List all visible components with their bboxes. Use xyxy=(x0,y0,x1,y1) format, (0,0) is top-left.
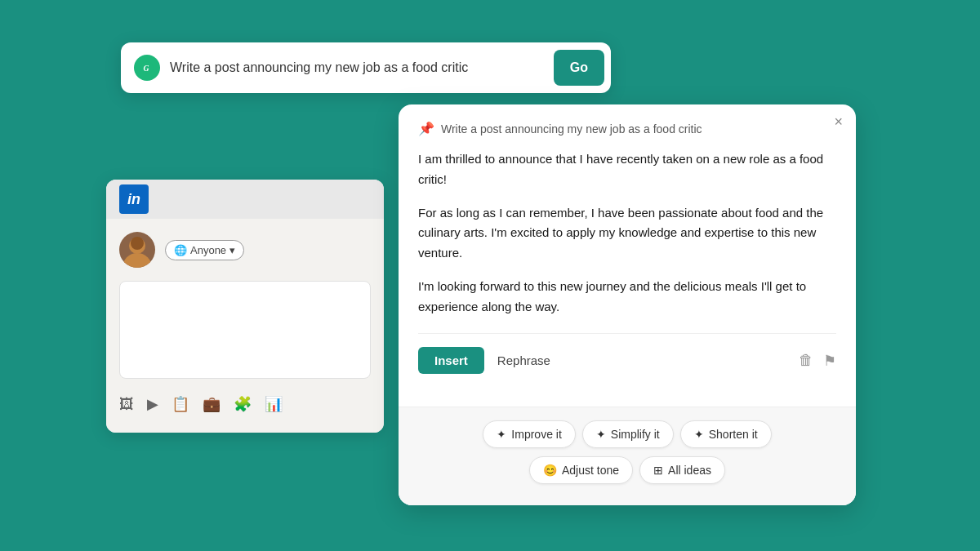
linkedin-header: in xyxy=(106,180,384,219)
avatar xyxy=(119,232,155,268)
tone-icon: 😊 xyxy=(543,464,557,477)
anyone-badge[interactable]: 🌐 Anyone ▾ xyxy=(165,240,244,260)
chips-section: ✦ Improve it ✦ Simplify it ✦ Shorten it … xyxy=(399,407,856,505)
svg-point-4 xyxy=(131,237,144,250)
svg-text:G: G xyxy=(144,64,149,73)
ai-content: I am thrilled to announce that I have re… xyxy=(418,149,836,317)
ai-panel-content: × 📌 Write a post announcing my new job a… xyxy=(399,104,856,407)
video-icon[interactable]: ▶ xyxy=(147,395,158,413)
linkedin-body: 🌐 Anyone ▾ 🖼 ▶ 📋 💼 🧩 📊 xyxy=(106,219,384,433)
shorten-it-label: Shorten it xyxy=(709,428,758,441)
prompt-text: Write a post announcing my new job as a … xyxy=(441,122,702,136)
shorten-it-chip[interactable]: ✦ Shorten it xyxy=(680,420,772,448)
simplify-it-chip[interactable]: ✦ Simplify it xyxy=(582,420,674,448)
grid-icon: ⊞ xyxy=(653,464,663,477)
paragraph-3: I'm looking forward to this new journey … xyxy=(418,277,836,318)
simplify-it-label: Simplify it xyxy=(611,428,660,441)
close-button[interactable]: × xyxy=(834,114,843,129)
svg-point-2 xyxy=(122,253,152,268)
rephrase-button[interactable]: Rephrase xyxy=(494,347,554,374)
event-icon[interactable]: 💼 xyxy=(203,395,220,413)
linkedin-logo: in xyxy=(119,184,149,214)
chips-row-1: ✦ Improve it ✦ Simplify it ✦ Shorten it xyxy=(415,420,840,448)
prompt-row: 📌 Write a post announcing my new job as … xyxy=(418,121,836,136)
linkedin-card: in 🌐 Anyone ▾ 🖼 ▶ 📋 💼 🧩 📊 xyxy=(106,180,384,433)
image-icon[interactable]: 🖼 xyxy=(119,396,134,413)
user-row: 🌐 Anyone ▾ xyxy=(119,232,371,268)
anyone-label: Anyone xyxy=(190,244,226,256)
search-bar: G Write a post announcing my new job as … xyxy=(121,42,611,93)
chart-icon[interactable]: 📊 xyxy=(265,395,283,413)
grammarly-icon: G xyxy=(134,55,160,81)
globe-icon: 🌐 xyxy=(174,244,187,256)
linkedin-toolbar: 🖼 ▶ 📋 💼 🧩 📊 xyxy=(119,389,371,413)
flag-icon-button[interactable]: ⚑ xyxy=(823,352,836,370)
all-ideas-chip[interactable]: ⊞ All ideas xyxy=(639,456,725,484)
prompt-icon: 📌 xyxy=(418,121,434,136)
action-row: Insert Rephrase 🗑 ⚑ xyxy=(418,333,836,374)
search-input-text: Write a post announcing my new job as a … xyxy=(170,60,544,75)
puzzle-icon[interactable]: 🧩 xyxy=(234,395,252,413)
all-ideas-label: All ideas xyxy=(668,464,711,477)
chips-row-2: 😊 Adjust tone ⊞ All ideas xyxy=(415,456,840,484)
sparkle-icon: ✦ xyxy=(596,428,606,441)
chevron-down-icon: ▾ xyxy=(229,244,235,256)
ai-panel: × 📌 Write a post announcing my new job a… xyxy=(399,104,856,505)
action-icons: 🗑 ⚑ xyxy=(799,352,836,370)
adjust-tone-label: Adjust tone xyxy=(562,464,619,477)
insert-button[interactable]: Insert xyxy=(418,347,484,374)
improve-it-label: Improve it xyxy=(511,428,561,441)
sparkle-icon: ✦ xyxy=(694,428,704,441)
sparkle-icon: ✦ xyxy=(497,428,506,441)
improve-it-chip[interactable]: ✦ Improve it xyxy=(483,420,575,448)
adjust-tone-chip[interactable]: 😊 Adjust tone xyxy=(529,456,633,484)
document-icon[interactable]: 📋 xyxy=(172,395,189,413)
paragraph-2: For as long as I can remember, I have be… xyxy=(418,203,836,264)
go-button[interactable]: Go xyxy=(554,50,604,86)
linkedin-content-area[interactable] xyxy=(119,281,371,379)
paragraph-1: I am thrilled to announce that I have re… xyxy=(418,149,836,190)
trash-icon-button[interactable]: 🗑 xyxy=(799,352,813,369)
